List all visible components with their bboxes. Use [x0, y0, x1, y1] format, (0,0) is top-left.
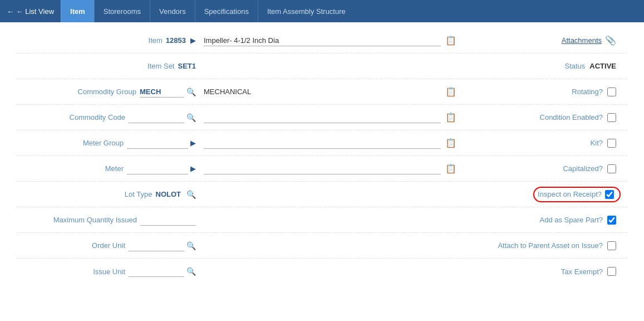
meter-label: Meter [105, 164, 124, 173]
max-qty-label: Maximum Quantity Issued [53, 216, 137, 224]
issue-unit-input[interactable] [129, 266, 184, 277]
commodity-code-desc-input[interactable] [204, 112, 441, 123]
commodity-code-row: Commodity Code 🔍 📋 Condition Enabled? [17, 105, 627, 130]
issue-unit-search-icon[interactable]: 🔍 [186, 267, 196, 276]
item-doc-icon[interactable]: 📋 [445, 35, 456, 46]
commodity-code-label: Commodity Code [70, 113, 125, 121]
order-unit-row: Order Unit 🔍 Attach to Parent Asset on I… [17, 233, 627, 259]
lot-type-search-icon[interactable]: 🔍 [186, 190, 196, 199]
lot-type-value: NOLOT [156, 190, 181, 198]
order-unit-input[interactable] [129, 240, 184, 251]
meter-arrow[interactable]: ▶ [190, 164, 196, 173]
meter-input[interactable] [127, 163, 188, 174]
order-unit-label: Order Unit [92, 241, 125, 250]
meter-doc-icon[interactable]: 📋 [445, 163, 456, 174]
item-arrow-button[interactable]: ▶ [190, 36, 196, 45]
meter-group-arrow[interactable]: ▶ [190, 139, 196, 147]
item-set-value: SET1 [178, 62, 196, 70]
tax-exempt-checkbox-wrap [607, 267, 616, 276]
item-label: Item [149, 36, 163, 45]
issue-unit-label: Issue Unit [93, 268, 125, 276]
commodity-code-input[interactable] [129, 112, 184, 123]
tab-item[interactable]: Item [61, 0, 94, 22]
attach-parent-checkbox-wrap [607, 241, 616, 250]
commodity-group-doc-icon[interactable]: 📋 [445, 86, 456, 97]
tab-storerooms[interactable]: Storerooms [94, 0, 150, 22]
rotating-checkbox-wrap [607, 87, 616, 96]
item-set-label: Item Set [148, 62, 174, 70]
max-qty-row: Maximum Quantity Issued Add as Spare Par… [17, 207, 627, 233]
inspect-receipt-checkbox[interactable] [605, 190, 614, 199]
meter-group-label: Meter Group [83, 139, 124, 147]
lot-type-label: Lot Type [125, 190, 153, 198]
commodity-group-search-icon[interactable]: 🔍 [186, 87, 196, 96]
status-value: ACTIVE [589, 62, 616, 70]
commodity-group-input[interactable] [140, 86, 184, 98]
item-set-row: Item Set SET1 Status ACTIVE [17, 54, 627, 79]
add-spare-checkbox-wrap [607, 216, 616, 225]
tax-exempt-checkbox[interactable] [607, 267, 616, 276]
meter-row: Meter ▶ 📋 Capitalized? [17, 156, 627, 182]
status-label: Status [564, 62, 585, 70]
capitalized-label: Capitalized? [563, 164, 603, 173]
condition-enabled-checkbox-wrap [607, 113, 616, 122]
capitalized-checkbox-wrap [607, 164, 616, 173]
commodity-group-description: MECHANICAL [204, 87, 441, 96]
meter-group-input[interactable] [127, 138, 188, 149]
rotating-label: Rotating? [572, 87, 603, 96]
commodity-group-label: Commodity Group [78, 87, 136, 96]
rotating-checkbox[interactable] [607, 87, 616, 96]
item-number: 12853 [166, 36, 186, 45]
inspect-receipt-label: Inspect on Receipt? [538, 190, 602, 198]
meter-group-desc-input[interactable] [204, 138, 441, 149]
issue-unit-row: Issue Unit 🔍 Tax Exempt? [17, 259, 627, 284]
meter-group-doc-icon[interactable]: 📋 [445, 138, 456, 148]
attach-parent-label: Attach to Parent Asset on Issue? [498, 241, 603, 250]
add-spare-label: Add as Spare Part? [540, 216, 603, 224]
tab-vendors[interactable]: Vendors [150, 0, 195, 22]
kit-checkbox-wrap [607, 139, 616, 148]
meter-group-row: Meter Group ▶ 📋 Kit? [17, 130, 627, 156]
item-description-input[interactable] [204, 35, 441, 46]
item-row: Item 12853 ▶ 📋 Attachments 📎 [17, 28, 627, 54]
back-arrow-icon: ← [7, 7, 14, 16]
tab-specifications[interactable]: Specifications [195, 0, 258, 22]
meter-desc-input[interactable] [204, 163, 441, 174]
condition-enabled-checkbox[interactable] [607, 113, 616, 122]
add-spare-checkbox[interactable] [607, 216, 616, 225]
attach-parent-checkbox[interactable] [607, 241, 616, 250]
commodity-code-search-icon[interactable]: 🔍 [186, 113, 196, 122]
tax-exempt-label: Tax Exempt? [561, 268, 603, 276]
condition-enabled-label: Condition Enabled? [540, 113, 603, 121]
paperclip-icon: 📎 [605, 35, 616, 46]
main-content: Item 12853 ▶ 📋 Attachments 📎 Item Set SE… [0, 22, 644, 290]
commodity-group-row: Commodity Group 🔍 MECHANICAL 📋 Rotating? [17, 79, 627, 105]
attachments-link[interactable]: Attachments [562, 36, 602, 45]
order-unit-search-icon[interactable]: 🔍 [186, 241, 196, 250]
commodity-code-doc-icon[interactable]: 📋 [445, 112, 456, 123]
max-qty-input[interactable] [140, 215, 196, 226]
kit-label: Kit? [591, 139, 603, 147]
top-navigation: ← ← List View Item Storerooms Vendors Sp… [0, 0, 644, 22]
back-button[interactable]: ← ← List View [0, 0, 61, 22]
back-label: ← List View [16, 7, 54, 16]
inspect-receipt-highlight: Inspect on Receipt? [533, 187, 621, 202]
kit-checkbox[interactable] [607, 139, 616, 148]
lot-type-row: Lot Type NOLOT 🔍 Inspect on Receipt? [17, 182, 627, 207]
capitalized-checkbox[interactable] [607, 164, 616, 173]
tab-item-assembly-structure[interactable]: Item Assembly Structure [258, 0, 355, 22]
